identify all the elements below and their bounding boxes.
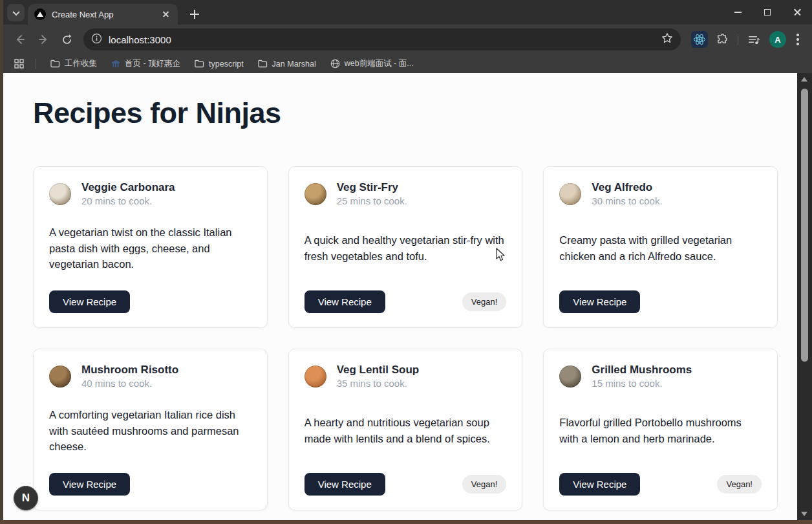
recipe-title: Veg Lentil Soup	[337, 364, 420, 377]
chevron-down-icon	[12, 7, 20, 19]
plus-icon	[190, 10, 199, 19]
page-title: Recipes for Ninjas	[33, 96, 812, 130]
view-recipe-button[interactable]: View Recipe	[304, 290, 385, 313]
recipe-time: 15 mins to cook.	[592, 378, 692, 389]
close-button[interactable]	[782, 0, 812, 25]
bookmark-label: 工作收集	[65, 58, 97, 69]
forward-arrow-icon	[37, 34, 49, 45]
bookmarks-divider	[36, 59, 36, 69]
recipe-card: Grilled Mushrooms 15 mins to cook. Flavo…	[543, 349, 778, 510]
media-playlist-icon	[748, 34, 760, 46]
tab-close-icon[interactable]	[161, 9, 171, 19]
view-recipe-button[interactable]: View Recipe	[49, 473, 130, 496]
recipe-title: Veg Stir-Fry	[337, 181, 407, 194]
recipe-card-footer: View Recipe	[559, 290, 762, 313]
apps-button[interactable]	[11, 56, 27, 72]
desktop-edge	[0, 520, 812, 524]
recipe-time: 25 mins to cook.	[337, 195, 407, 206]
scrollbar[interactable]	[797, 73, 812, 520]
view-recipe-button[interactable]: View Recipe	[559, 290, 640, 313]
back-button[interactable]	[10, 29, 30, 50]
bookmark-label: web前端面试 - 面...	[345, 58, 414, 69]
scrollbar-down-icon[interactable]	[801, 512, 807, 516]
recipe-card-footer: View Recipe Vegan!	[559, 473, 762, 496]
react-atom-icon	[693, 33, 706, 46]
nextjs-dev-badge[interactable]: N	[14, 486, 38, 510]
recipe-card-footer: View Recipe	[49, 473, 251, 496]
recipe-card-header: Veg Stir-Fry 25 mins to cook.	[304, 181, 507, 206]
recipe-title: Mushroom Risotto	[81, 364, 178, 377]
recipe-card: Veg Lentil Soup 35 mins to cook. A heart…	[288, 349, 523, 510]
profile-avatar[interactable]: A	[769, 31, 786, 48]
bookmark-item[interactable]: web前端面试 - 面...	[325, 56, 419, 71]
media-controls-button[interactable]	[745, 30, 763, 49]
recipe-description-wrap: Creamy pasta with grilled vegetarian chi…	[559, 206, 762, 290]
recipe-photo	[304, 183, 326, 205]
recipe-description-wrap: A hearty and nutritious vegetarian soup …	[304, 389, 507, 473]
recipe-card-footer: View Recipe Vegan!	[304, 473, 507, 496]
toolbar-divider	[738, 34, 738, 45]
view-recipe-button[interactable]: View Recipe	[559, 473, 640, 496]
view-recipe-button[interactable]: View Recipe	[304, 473, 385, 496]
vegan-badge: Vegan!	[717, 475, 762, 494]
bookmark-item[interactable]: 工作收集	[45, 56, 102, 71]
forward-button[interactable]	[33, 29, 54, 50]
recipe-photo	[304, 366, 326, 388]
recipe-card-footer: View Recipe	[49, 290, 251, 313]
site-info-icon[interactable]	[91, 33, 102, 47]
recipe-description: Flavorful grilled Portobello mushrooms w…	[559, 415, 762, 447]
bookmark-item[interactable]: Jan Marshal	[253, 58, 321, 71]
recipe-time: 20 mins to cook.	[81, 195, 175, 206]
globe-icon	[330, 59, 340, 69]
maximize-button[interactable]	[753, 0, 782, 25]
recipe-time: 35 mins to cook.	[337, 378, 420, 389]
recipe-description-wrap: A comforting vegetarian Italian rice dis…	[49, 389, 251, 473]
recipe-time: 40 mins to cook.	[81, 378, 178, 389]
apps-grid-icon	[14, 59, 24, 69]
recipe-card-header: Veg Alfredo 30 mins to cook.	[559, 181, 762, 206]
window-controls	[723, 0, 812, 25]
scrollbar-up-icon[interactable]	[801, 77, 807, 82]
address-bar[interactable]: localhost:3000	[83, 28, 681, 50]
folder-icon	[50, 60, 60, 68]
url-text[interactable]: localhost:3000	[109, 34, 655, 45]
recipe-card: Veggie Carbonara 20 mins to cook. A vege…	[33, 166, 268, 328]
scrollbar-thumb[interactable]	[801, 89, 808, 362]
bookmark-label: 首页 - 顶好惠企	[125, 58, 180, 69]
reload-button[interactable]	[56, 29, 77, 50]
new-tab-button[interactable]	[186, 5, 204, 23]
toolbar: localhost:3000	[3, 25, 812, 54]
recipe-card: Veg Alfredo 30 mins to cook. Creamy past…	[543, 166, 778, 328]
reload-icon	[61, 34, 72, 45]
recipe-card: Mushroom Risotto 40 mins to cook. A comf…	[33, 349, 268, 510]
recipe-card-header: Veg Lentil Soup 35 mins to cook.	[304, 364, 507, 389]
nextjs-favicon-icon	[34, 8, 46, 20]
recipe-photo	[559, 183, 581, 205]
browser-tab[interactable]: Create Next App	[28, 4, 178, 25]
browser-menu-button[interactable]	[796, 34, 799, 45]
recipe-description: Creamy pasta with grilled vegetarian chi…	[559, 232, 762, 265]
browser-window: Create Next App	[3, 0, 812, 520]
react-devtools-extension-button[interactable]	[691, 31, 708, 48]
recipe-description-wrap: A vegetarian twist on the classic Italia…	[49, 206, 251, 290]
bookmark-label: typescript	[209, 60, 244, 69]
view-recipe-button[interactable]: View Recipe	[49, 290, 130, 313]
recipe-card-header: Mushroom Risotto 40 mins to cook.	[49, 364, 251, 389]
extensions-button[interactable]	[713, 30, 731, 49]
bookmark-star-icon[interactable]	[661, 32, 673, 47]
recipe-card-header: Grilled Mushrooms 15 mins to cook.	[559, 364, 762, 389]
tab-search-button[interactable]	[7, 4, 25, 21]
tab-title: Create Next App	[52, 10, 155, 19]
recipe-photo	[559, 366, 581, 388]
vegan-badge: Vegan!	[462, 292, 507, 311]
recipe-description: A comforting vegetarian Italian rice dis…	[49, 407, 251, 455]
back-arrow-icon	[14, 34, 26, 45]
recipe-card-header: Veggie Carbonara 20 mins to cook.	[49, 181, 251, 206]
close-icon	[793, 8, 802, 17]
bookmark-item[interactable]: typescript	[189, 58, 249, 71]
bookmark-item[interactable]: 首页 - 顶好惠企	[106, 56, 186, 71]
minimize-button[interactable]	[723, 0, 753, 25]
folder-icon	[258, 60, 268, 68]
recipe-description-wrap: Flavorful grilled Portobello mushrooms w…	[559, 389, 762, 473]
minimize-icon	[734, 12, 742, 13]
